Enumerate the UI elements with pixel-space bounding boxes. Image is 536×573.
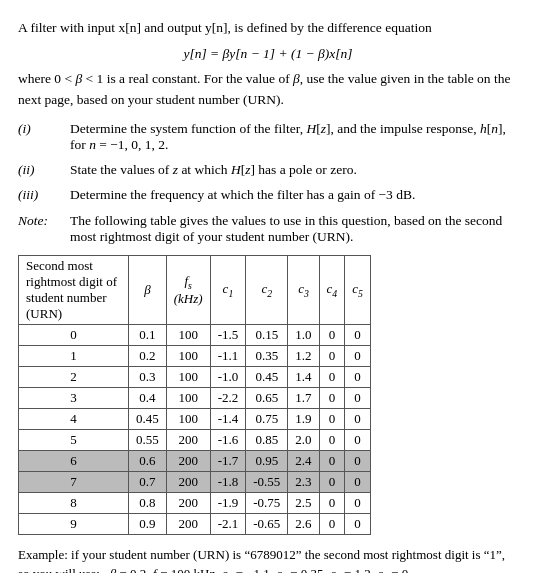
table-cell: 2.5 <box>288 492 319 513</box>
table-cell: 1 <box>19 345 129 366</box>
table-cell: -0.75 <box>246 492 288 513</box>
note-label: Note: <box>18 213 70 245</box>
table-cell: 0 <box>345 324 371 345</box>
table-cell: 0 <box>345 387 371 408</box>
table-cell: 0 <box>319 513 345 534</box>
table-cell: 0 <box>345 513 371 534</box>
table-cell: 0 <box>345 471 371 492</box>
col-header-c1: c1 <box>210 255 246 324</box>
table-cell: 0.85 <box>246 429 288 450</box>
table-cell: 2.6 <box>288 513 319 534</box>
example-section: Example: if your student number (URN) is… <box>18 545 518 573</box>
table-cell: 0.2 <box>129 345 167 366</box>
table-cell: -1.4 <box>210 408 246 429</box>
table-cell: 0 <box>319 345 345 366</box>
intro-line2: where 0 < β < 1 is a real constant. For … <box>18 69 518 111</box>
table-cell: 100 <box>166 387 210 408</box>
table-cell: -1.6 <box>210 429 246 450</box>
table-cell: 0.8 <box>129 492 167 513</box>
part-ii-label: (ii) <box>18 162 70 178</box>
main-content: A filter with input x[n] and output y[n]… <box>18 18 518 573</box>
col-header-digit: Second mostrightmost digit ofstudent num… <box>19 255 129 324</box>
part-ii: (ii) State the values of z at which H[z]… <box>18 162 518 178</box>
note-text: The following table gives the values to … <box>70 213 518 245</box>
table-cell: -1.7 <box>210 450 246 471</box>
col-header-c5: c5 <box>345 255 371 324</box>
table-cell: 2 <box>19 366 129 387</box>
col-header-c3: c3 <box>288 255 319 324</box>
part-i: (i) Determine the system function of the… <box>18 121 518 153</box>
table-cell: -0.55 <box>246 471 288 492</box>
table-cell: 0 <box>319 387 345 408</box>
table-cell: 0 <box>319 366 345 387</box>
table-cell: 2.3 <box>288 471 319 492</box>
table-row: 20.3100-1.00.451.400 <box>19 366 371 387</box>
table-row: 30.4100-2.20.651.700 <box>19 387 371 408</box>
example-text1: Example: if your student number (URN) is… <box>18 547 505 573</box>
part-i-label: (i) <box>18 121 70 153</box>
part-iii: (iii) Determine the frequency at which t… <box>18 187 518 203</box>
values-table: Second mostrightmost digit ofstudent num… <box>18 255 371 535</box>
table-cell: 0.7 <box>129 471 167 492</box>
table-cell: 0.45 <box>129 408 167 429</box>
table-cell: 0.6 <box>129 450 167 471</box>
part-i-text: Determine the system function of the fil… <box>70 121 518 153</box>
table-cell: -1.8 <box>210 471 246 492</box>
table-cell: 0 <box>319 471 345 492</box>
table-cell: -1.0 <box>210 366 246 387</box>
table-cell: 100 <box>166 366 210 387</box>
part-ii-text: State the values of z at which H[z] has … <box>70 162 518 178</box>
table-cell: 0.15 <box>246 324 288 345</box>
table-cell: 4 <box>19 408 129 429</box>
table-cell: -0.65 <box>246 513 288 534</box>
table-cell: 1.9 <box>288 408 319 429</box>
table-cell: -1.5 <box>210 324 246 345</box>
table-cell: 0 <box>345 345 371 366</box>
col-header-beta: β <box>129 255 167 324</box>
table-cell: 0.4 <box>129 387 167 408</box>
table-cell: -2.1 <box>210 513 246 534</box>
table-cell: 100 <box>166 324 210 345</box>
table-cell: 200 <box>166 492 210 513</box>
table-cell: 0 <box>345 429 371 450</box>
table-cell: 0.9 <box>129 513 167 534</box>
table-cell: 3 <box>19 387 129 408</box>
table-row: 50.55200-1.60.852.000 <box>19 429 371 450</box>
table-cell: 0 <box>345 408 371 429</box>
part-iii-label: (iii) <box>18 187 70 203</box>
table-cell: 8 <box>19 492 129 513</box>
table-row: 80.8200-1.9-0.752.500 <box>19 492 371 513</box>
table-row: 60.6200-1.70.952.400 <box>19 450 371 471</box>
table-cell: 0 <box>345 492 371 513</box>
table-cell: 1.2 <box>288 345 319 366</box>
table-cell: 0 <box>345 366 371 387</box>
table-cell: 6 <box>19 450 129 471</box>
part-iii-text: Determine the frequency at which the fil… <box>70 187 518 203</box>
main-equation: y[n] = βy[n − 1] + (1 − β)x[n] <box>18 46 518 62</box>
table-cell: 5 <box>19 429 129 450</box>
table-row: 70.7200-1.8-0.552.300 <box>19 471 371 492</box>
table-cell: 0 <box>319 450 345 471</box>
table-cell: 1.7 <box>288 387 319 408</box>
table-cell: 200 <box>166 450 210 471</box>
table-cell: 0.3 <box>129 366 167 387</box>
table-cell: 0 <box>345 450 371 471</box>
table-cell: 0 <box>319 429 345 450</box>
table-cell: 100 <box>166 408 210 429</box>
table-cell: 1.4 <box>288 366 319 387</box>
table-cell: 0 <box>19 324 129 345</box>
table-cell: -2.2 <box>210 387 246 408</box>
table-cell: 200 <box>166 471 210 492</box>
table-cell: 0 <box>319 408 345 429</box>
table-cell: 200 <box>166 513 210 534</box>
table-cell: 2.4 <box>288 450 319 471</box>
table-cell: 0.1 <box>129 324 167 345</box>
table-cell: 9 <box>19 513 129 534</box>
table-row: 10.2100-1.10.351.200 <box>19 345 371 366</box>
table-cell: 0.65 <box>246 387 288 408</box>
table-cell: 7 <box>19 471 129 492</box>
col-header-c2: c2 <box>246 255 288 324</box>
note-section: Note: The following table gives the valu… <box>18 213 518 245</box>
col-header-fs: fs(kHz) <box>166 255 210 324</box>
table-cell: 200 <box>166 429 210 450</box>
